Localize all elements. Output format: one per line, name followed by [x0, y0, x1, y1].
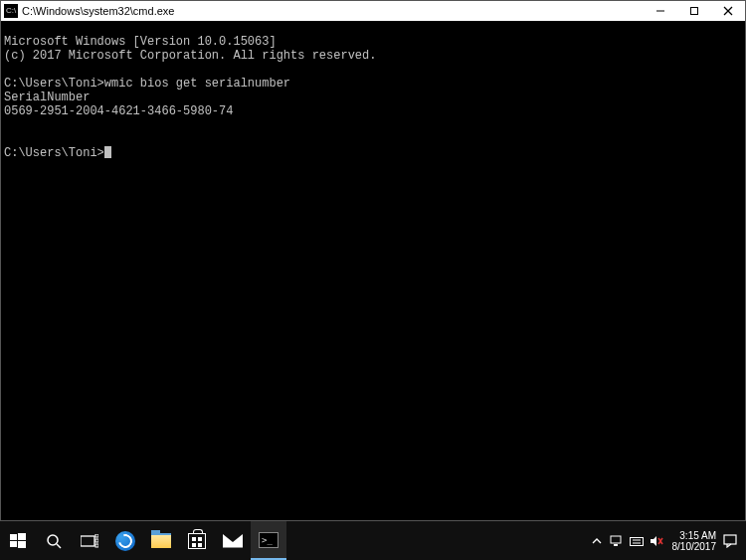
svg-rect-13 — [95, 544, 98, 547]
window-buttons — [644, 1, 745, 21]
search-button[interactable] — [36, 521, 72, 560]
tray-input-button[interactable] — [627, 521, 647, 560]
windows-icon — [10, 533, 26, 549]
edge-button[interactable] — [107, 521, 143, 560]
chevron-up-icon — [592, 536, 602, 546]
svg-rect-14 — [611, 536, 621, 543]
svg-rect-5 — [18, 533, 26, 540]
cmd-title-icon: C:\ — [4, 4, 18, 18]
svg-rect-4 — [10, 534, 17, 540]
desktop-screen: C:\ C:\Windows\system32\cmd.exe Microsof… — [0, 0, 746, 560]
store-button[interactable] — [179, 521, 215, 560]
svg-rect-12 — [95, 539, 98, 542]
cmd-window: C:\ C:\Windows\system32\cmd.exe Microsof… — [0, 0, 746, 521]
terminal-line: (c) 2017 Microsoft Corporation. All righ… — [4, 49, 376, 63]
folder-icon — [151, 533, 171, 548]
minimize-button[interactable] — [644, 1, 677, 21]
terminal-prompt: C:\Users\Toni> — [4, 146, 104, 160]
svg-rect-10 — [81, 536, 94, 546]
mail-button[interactable] — [215, 521, 251, 560]
start-button[interactable] — [0, 521, 36, 560]
maximize-icon — [689, 6, 699, 16]
svg-rect-11 — [95, 534, 98, 537]
terminal-line: Microsoft Windows [Version 10.0.15063] — [4, 35, 277, 49]
terminal-command: wmic bios get serialnumber — [104, 77, 290, 91]
svg-marker-19 — [651, 536, 656, 546]
cmd-taskbar-button[interactable]: >_ — [251, 521, 286, 560]
maximize-button[interactable] — [677, 1, 711, 21]
svg-rect-7 — [18, 541, 26, 548]
tray-overflow-button[interactable] — [587, 521, 607, 560]
notification-icon — [723, 534, 737, 548]
taskbar-clock[interactable]: 3:15 AM 8/10/2017 — [666, 530, 721, 552]
tray-network-button[interactable] — [607, 521, 627, 560]
taskbar-left: >_ — [0, 521, 286, 560]
cmd-title-icon-text: C:\ — [6, 7, 16, 15]
task-view-icon — [81, 534, 98, 548]
svg-rect-6 — [10, 541, 17, 547]
svg-rect-1 — [691, 8, 698, 15]
clock-date: 8/10/2017 — [672, 541, 717, 552]
close-button[interactable] — [711, 1, 745, 21]
svg-rect-16 — [630, 537, 643, 545]
close-icon — [723, 6, 733, 16]
cmd-icon: >_ — [259, 532, 279, 548]
task-view-button[interactable] — [72, 521, 107, 560]
terminal-output[interactable]: Microsoft Windows [Version 10.0.15063] (… — [1, 21, 745, 174]
terminal-line: SerialNumber — [4, 91, 90, 104]
window-title: C:\Windows\system32\cmd.exe — [22, 5, 644, 17]
terminal-prompt: C:\Users\Toni> — [4, 77, 104, 91]
terminal-line: 0569-2951-2004-4621-3466-5980-74 — [4, 104, 233, 118]
clock-time: 3:15 AM — [672, 530, 717, 541]
search-icon — [46, 533, 62, 549]
system-tray: 3:15 AM 8/10/2017 — [587, 521, 747, 560]
edge-icon — [115, 531, 135, 551]
network-icon — [610, 535, 624, 547]
svg-point-8 — [48, 535, 58, 545]
svg-rect-15 — [614, 544, 618, 546]
minimize-icon — [655, 6, 665, 16]
keyboard-icon — [630, 535, 644, 547]
mail-icon — [223, 534, 243, 548]
svg-rect-22 — [724, 535, 736, 544]
taskbar: >_ 3:15 AM 8/10/2017 — [0, 521, 746, 560]
store-icon — [188, 533, 206, 549]
tray-volume-button[interactable] — [647, 521, 666, 560]
cursor-icon — [104, 146, 111, 158]
action-center-button[interactable] — [720, 521, 740, 560]
volume-muted-icon — [650, 535, 663, 547]
file-explorer-button[interactable] — [143, 521, 179, 560]
svg-line-9 — [57, 544, 61, 548]
title-bar[interactable]: C:\ C:\Windows\system32\cmd.exe — [1, 1, 745, 21]
